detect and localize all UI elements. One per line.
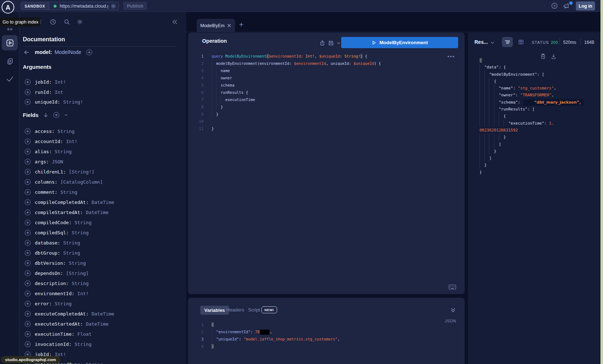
help-icon[interactable]: ?	[551, 3, 558, 9]
field-type-link[interactable]: String	[75, 220, 92, 225]
add-to-query-icon[interactable]	[25, 311, 31, 317]
code-line: ]	[480, 155, 584, 162]
apollo-studio-sandbox: SANDBOX https://metadata.cloud.get Publi…	[0, 0, 603, 364]
add-to-query-icon[interactable]	[25, 159, 31, 165]
apollo-logo[interactable]: A	[1, 0, 15, 14]
new-tab-icon[interactable]: +	[239, 20, 243, 29]
field-type-link[interactable]: Int!	[55, 79, 66, 85]
add-fields-icon[interactable]	[53, 112, 59, 118]
field-type-link[interactable]: String	[72, 281, 89, 286]
variables-editor[interactable]: 1{2"environmentId": 78,3"uniqueId": "mod…	[188, 321, 340, 350]
add-to-query-icon[interactable]	[25, 169, 31, 175]
operation-editor[interactable]: 1query ModelByEnvironment($environmentId…	[188, 53, 381, 132]
endpoint-settings-icon[interactable]	[110, 3, 116, 9]
field-type-link[interactable]: DateTime	[86, 321, 109, 327]
add-to-query-icon[interactable]	[25, 250, 31, 256]
login-button[interactable]: Log in	[576, 1, 595, 11]
add-to-query-icon[interactable]	[25, 179, 31, 185]
add-to-query-icon[interactable]	[25, 270, 31, 276]
field-type-link[interactable]: DateTime	[86, 210, 109, 215]
run-operation-button[interactable]: ModelByEnvironment	[341, 37, 458, 48]
field-name: jobId:	[35, 79, 52, 85]
tab-script[interactable]: Script	[248, 307, 260, 313]
field-type-link[interactable]: String	[58, 129, 75, 134]
add-to-query-icon[interactable]	[25, 189, 31, 195]
raw-view-toggle-icon[interactable]	[502, 37, 513, 47]
response-panel: Res... STATUS 200 520ms 164B	[468, 33, 600, 364]
field-type-link[interactable]: [String!]	[69, 169, 94, 175]
operation-tab[interactable]: ModelByEnvi... ✕	[197, 19, 235, 32]
table-view-toggle-icon[interactable]	[518, 39, 524, 45]
add-to-query-icon[interactable]	[25, 290, 31, 297]
add-to-query-icon[interactable]	[25, 199, 31, 205]
share-operation-icon[interactable]	[319, 40, 325, 46]
code-line: 0023620128631592	[480, 127, 584, 134]
field-type-link[interactable]: String	[55, 149, 72, 154]
collapse-panel-icon[interactable]	[172, 19, 178, 25]
code-line: 5schema	[188, 81, 381, 89]
field-type-link[interactable]: [String]	[66, 271, 89, 276]
endpoint-url-input[interactable]: https://metadata.cloud.get	[60, 3, 108, 9]
publish-button[interactable]: Publish	[123, 2, 147, 10]
tab-variables[interactable]: Variables	[200, 306, 229, 315]
add-to-query-icon[interactable]	[25, 128, 31, 134]
add-to-query-icon[interactable]	[25, 89, 31, 95]
field-type-link[interactable]: DateTime	[92, 311, 114, 317]
field-type-link[interactable]: [CatalogColumn]	[60, 179, 103, 185]
field-type-link[interactable]: Int!	[78, 291, 89, 296]
field-type-link[interactable]: Int	[55, 89, 63, 95]
settings-gear-icon[interactable]	[77, 19, 83, 25]
field-type-link[interactable]: Float	[78, 331, 92, 337]
checks-icon[interactable]	[0, 76, 20, 82]
svg-text:?: ?	[553, 4, 556, 8]
add-to-query-icon[interactable]	[25, 219, 31, 226]
breadcrumb-type-link[interactable]: ModelNode	[55, 49, 81, 55]
field-row: executeCompletedAt:DateTime	[25, 309, 114, 319]
search-icon[interactable]	[64, 19, 70, 25]
explorer-icon[interactable]	[0, 39, 20, 47]
add-to-query-icon[interactable]	[25, 301, 31, 307]
field-type-link[interactable]: String	[63, 240, 80, 246]
operation-collection-icon[interactable]	[0, 58, 20, 65]
add-to-query-icon[interactable]	[25, 230, 31, 236]
close-tab-icon[interactable]: ✕	[227, 22, 231, 29]
field-type-link[interactable]: String	[86, 362, 103, 364]
save-options-chevron-icon[interactable]	[337, 41, 340, 45]
operation-options-menu-icon[interactable]	[448, 56, 454, 57]
add-to-query-icon[interactable]	[25, 209, 31, 216]
field-type-link[interactable]: String	[63, 250, 80, 256]
sort-fields-icon[interactable]	[43, 112, 49, 118]
field-type-link[interactable]: DateTime	[92, 200, 114, 205]
keyboard-shortcuts-icon[interactable]	[448, 284, 456, 290]
code-line: 10	[188, 118, 381, 125]
add-to-query-icon[interactable]	[25, 260, 31, 266]
tab-headers[interactable]: Headers	[226, 307, 244, 313]
field-type-link[interactable]: String	[69, 260, 86, 266]
response-json-viewer[interactable]: {"data": {"modelByEnvironment": [{"name"…	[480, 57, 584, 176]
add-to-query-icon[interactable]	[25, 240, 31, 246]
collapse-variables-icon[interactable]	[450, 307, 456, 313]
field-type-link[interactable]: String!	[63, 99, 83, 105]
field-type-link[interactable]: Int!	[66, 139, 77, 144]
field-type-link[interactable]: String	[60, 189, 78, 195]
back-arrow-icon[interactable]	[24, 49, 30, 55]
code-line: 8}	[188, 103, 381, 110]
add-to-query-icon[interactable]	[25, 79, 31, 85]
field-type-link[interactable]: JSON	[52, 159, 63, 164]
add-to-query-icon[interactable]	[25, 280, 31, 286]
history-icon[interactable]	[50, 19, 56, 25]
field-type-link[interactable]: String	[72, 230, 89, 235]
add-to-query-icon[interactable]	[25, 99, 31, 105]
add-to-query-icon[interactable]	[25, 341, 31, 347]
add-to-query-icon[interactable]	[25, 138, 31, 145]
field-type-link[interactable]: String	[55, 301, 72, 306]
field-type-link[interactable]: String	[75, 342, 92, 347]
add-to-query-icon[interactable]	[25, 148, 31, 155]
response-dropdown-chevron-icon[interactable]	[490, 41, 495, 45]
add-all-fields-icon[interactable]	[86, 49, 92, 55]
field-name: compiledCode:	[35, 220, 72, 225]
save-operation-icon[interactable]	[328, 40, 334, 46]
add-to-query-icon[interactable]	[25, 321, 31, 327]
add-to-query-icon[interactable]	[25, 331, 31, 337]
fields-options-chevron-icon[interactable]	[64, 113, 68, 117]
